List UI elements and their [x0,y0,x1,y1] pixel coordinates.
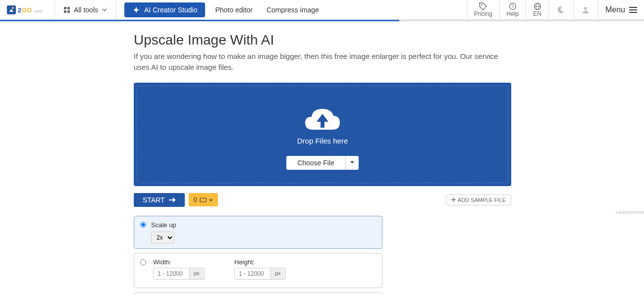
svg-rect-6 [67,7,70,9]
scale-up-radio[interactable] [140,222,146,228]
add-sample-button[interactable]: ADD SAMPLE FILE [446,195,511,205]
scale-up-option: Scale up 2x [134,216,382,249]
svg-text:.com: .com [34,9,43,13]
sparkle-icon [132,6,140,14]
globe-icon [534,2,541,10]
svg-text:2: 2 [18,6,21,14]
width-label: Width: [153,258,205,266]
files-dropdown[interactable]: 0 [189,193,218,206]
main-content: Upscale Image With AI If you are wonderi… [134,21,644,295]
options-panel: Scale up 2x Width: px [134,216,382,295]
all-tools-label: All tools [74,6,98,14]
right-menu: Pricing ? Help EN Menu [467,0,644,20]
dimensions-radio[interactable] [140,259,146,265]
svg-point-9 [481,4,483,5]
plus-icon [451,197,456,202]
start-label: START [143,196,165,204]
tag-icon [479,2,487,10]
photo-editor-link[interactable]: Photo editor [208,6,260,14]
svg-rect-19 [200,198,206,202]
svg-rect-8 [67,10,70,13]
file-icon [200,197,207,202]
svg-point-15 [584,7,587,10]
choose-file-button[interactable]: Choose File [286,156,345,170]
user-account[interactable] [573,0,598,20]
svg-rect-7 [64,10,66,13]
choose-file-group: Choose File [286,156,359,170]
logo-icon: 2 GO .com [7,3,48,16]
ai-studio-label: AI Creator Studio [144,6,197,14]
svg-rect-5 [64,7,66,9]
cloud-upload-icon [303,105,342,133]
drop-text: Drop Files here [297,137,348,145]
scale-up-row[interactable]: Scale up [140,221,376,229]
hamburger-icon [629,6,637,13]
compress-link[interactable]: Compress image [260,6,326,14]
help-link[interactable]: ? Help [499,0,526,20]
start-button[interactable]: START [134,193,185,207]
chevron-down-icon [209,198,213,202]
user-icon [581,5,590,14]
width-unit: px [189,268,204,279]
theme-toggle[interactable] [548,0,573,20]
moon-icon [556,5,565,14]
width-input[interactable] [154,268,189,279]
dimensions-option: Width: px Height: px [134,253,382,288]
drop-inner: Drop Files here Choose File [137,86,508,183]
svg-text:GO: GO [22,6,32,14]
all-tools-menu[interactable]: All tools [55,0,116,20]
logo[interactable]: 2 GO .com [0,0,55,20]
pricing-link[interactable]: Pricing [467,0,499,20]
ai-creator-studio-button[interactable]: AI Creator Studio [124,2,205,17]
caret-down-icon [350,160,355,165]
pricing-label: Pricing [474,10,492,17]
scale-factor-select[interactable]: 2x [151,232,174,244]
top-navigation: 2 GO .com All tools AI Creator Studio Ph… [0,0,644,20]
ad-label: Advertisement [134,210,644,215]
menu-label: Menu [605,5,625,14]
language-label: EN [533,10,541,17]
help-label: Help [507,10,519,17]
choose-file-dropdown[interactable] [345,156,359,170]
height-label: Height: [234,258,286,266]
add-sample-label: ADD SAMPLE FILE [458,197,506,203]
action-row: START 0 ADD SAMPLE FILE [134,193,511,207]
help-icon: ? [509,2,517,10]
svg-point-1 [12,7,14,9]
menu-button[interactable]: Menu [598,0,644,20]
files-count: 0 [194,196,197,203]
page-subtitle: If you are wondering how to make an imag… [134,51,515,73]
grid-icon [64,7,70,13]
percentage-option: Scale up by percentage % [134,292,382,295]
svg-text:?: ? [511,4,514,9]
height-input[interactable] [235,268,270,279]
chevron-down-icon [102,7,107,12]
file-drop-zone[interactable]: Drop Files here Choose File [134,83,511,186]
page-title: Upscale Image With AI [134,32,644,48]
arrow-right-icon [169,197,176,203]
height-unit: px [270,268,285,279]
language-selector[interactable]: EN [526,0,548,20]
scale-up-label: Scale up [151,221,176,229]
